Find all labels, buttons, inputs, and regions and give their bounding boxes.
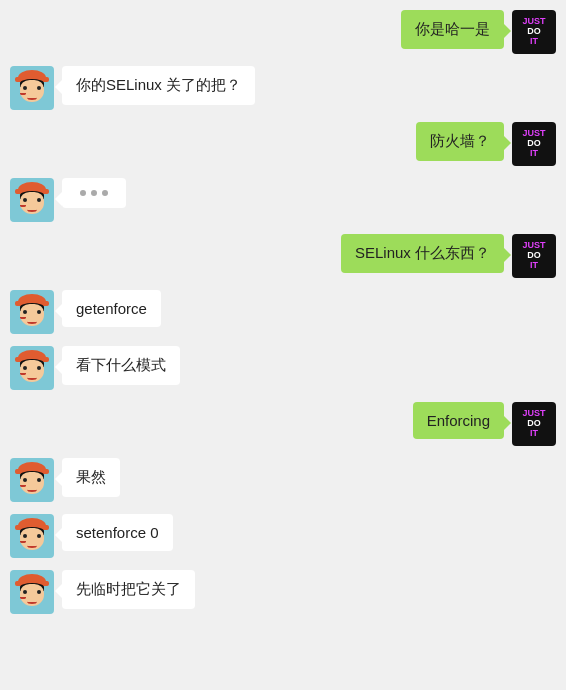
avatar-luffy-11: [10, 570, 54, 614]
msg-row-7: 看下什么模式: [10, 346, 556, 390]
dot-1: [80, 190, 86, 196]
luffy-eye-right: [37, 86, 41, 90]
avatar-justdoit-1: JUST DO IT: [512, 10, 556, 54]
avatar-justdoit-5: JUST DO IT: [512, 234, 556, 278]
bubble-6: getenforce: [62, 290, 161, 327]
msg-row-10: setenforce 0: [10, 514, 556, 558]
avatar-luffy-4: [10, 178, 54, 222]
bubble-5: SELinux 什么东西？: [341, 234, 504, 273]
avatar-luffy-9: [10, 458, 54, 502]
avatar-luffy-10: [10, 514, 54, 558]
avatar-justdoit-8: JUST DO IT: [512, 402, 556, 446]
bubble-6-text: getenforce: [76, 300, 147, 317]
bubble-dots: [62, 178, 126, 208]
luffy-eyes: [23, 86, 41, 90]
bubble-top-right: 你是哈一是: [401, 10, 504, 49]
dot-3: [102, 190, 108, 196]
avatar-justdoit-3: JUST DO IT: [512, 122, 556, 166]
bubble-8-text: Enforcing: [427, 412, 490, 429]
msg-row-top-right: 你是哈一是 JUST DO IT: [10, 10, 556, 54]
bubble-11-text: 先临时把它关了: [76, 580, 181, 597]
avatar-luffy-6: [10, 290, 54, 334]
bubble-top-right-text: 你是哈一是: [415, 20, 490, 37]
avatar-luffy-2: [10, 66, 54, 110]
it-text: IT: [522, 37, 545, 47]
msg-row-9: 果然: [10, 458, 556, 502]
luffy-mouth: [27, 95, 37, 100]
bubble-3: 防火墙？: [416, 122, 504, 161]
luffy-scar: [20, 92, 26, 95]
bubble-9-text: 果然: [76, 468, 106, 485]
avatar-luffy-7: [10, 346, 54, 390]
bubble-11: 先临时把它关了: [62, 570, 195, 609]
msg-row-3: 防火墙？ JUST DO IT: [10, 122, 556, 166]
dot-2: [91, 190, 97, 196]
bubble-2-text: 你的SELinux 关了的把？: [76, 76, 241, 93]
bubble-3-text: 防火墙？: [430, 132, 490, 149]
chat-container: 你是哈一是 JUST DO IT: [0, 0, 566, 624]
bubble-10-text: setenforce 0: [76, 524, 159, 541]
msg-row-8: Enforcing JUST DO IT: [10, 402, 556, 446]
msg-row-11: 先临时把它关了: [10, 570, 556, 614]
bubble-7-text: 看下什么模式: [76, 356, 166, 373]
bubble-10: setenforce 0: [62, 514, 173, 551]
bubble-5-text: SELinux 什么东西？: [355, 244, 490, 261]
bubble-9: 果然: [62, 458, 120, 497]
msg-row-4: [10, 178, 556, 222]
bubble-8: Enforcing: [413, 402, 504, 439]
bubble-2: 你的SELinux 关了的把？: [62, 66, 255, 105]
msg-row-5: SELinux 什么东西？ JUST DO IT: [10, 234, 556, 278]
msg-row-2: 你的SELinux 关了的把？: [10, 66, 556, 110]
it-3: IT: [522, 149, 545, 159]
bubble-7: 看下什么模式: [62, 346, 180, 385]
luffy-eye-left: [23, 86, 27, 90]
msg-row-6: getenforce: [10, 290, 556, 334]
